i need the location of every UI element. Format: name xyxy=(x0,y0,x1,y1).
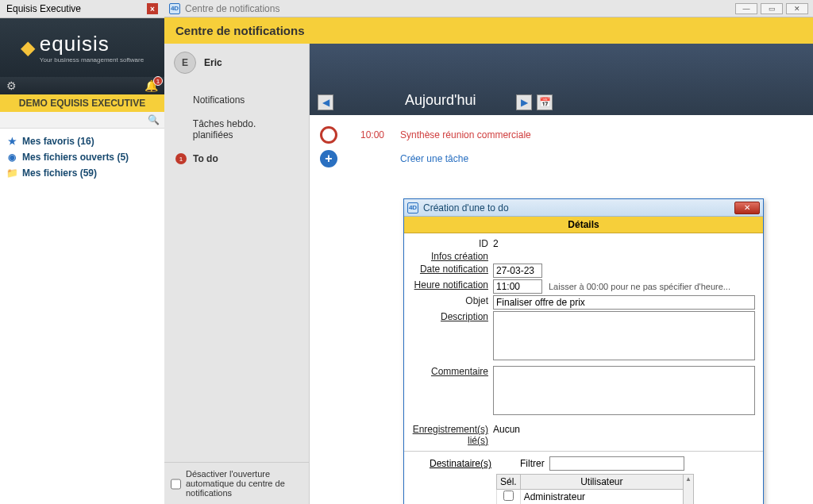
task-row[interactable]: 10:00 Synthèse réunion commerciale xyxy=(313,123,810,147)
filter-input[interactable] xyxy=(549,456,684,471)
left-panel-title: Equisis Executive xyxy=(6,3,81,14)
maximize-button[interactable]: ▭ xyxy=(761,3,783,14)
create-task-text: Créer une tâche xyxy=(400,153,468,164)
description-textarea[interactable] xyxy=(493,311,755,360)
nav-label: To do xyxy=(193,153,218,164)
avatar: E xyxy=(174,52,196,74)
label-date: Date notification xyxy=(407,264,493,275)
left-toolbar: ⚙ 🔔1 xyxy=(0,77,164,94)
create-task-row[interactable]: + Créer une tâche xyxy=(313,147,810,171)
eye-icon: ◉ xyxy=(6,152,17,163)
left-tree: ★ Mes favoris (16) ◉ Mes fichiers ouvert… xyxy=(0,129,164,504)
user-name: Eric xyxy=(204,57,222,68)
task-circle-icon xyxy=(320,126,337,144)
nav-notifications[interactable]: Notifications xyxy=(164,88,309,112)
notifications-header: Centre de notifications xyxy=(164,17,813,44)
label-objet: Objet xyxy=(407,295,493,306)
tree-item-label: Mes fichiers ouverts (5) xyxy=(22,152,129,163)
create-todo-dialog: 4D Création d'une to do ✕ Détails ID 2 I… xyxy=(403,198,764,504)
value-liens: Aucun xyxy=(493,424,520,435)
tree-item-my-files[interactable]: 📁 Mes fichiers (59) xyxy=(6,165,158,181)
table-row[interactable]: Administrateur xyxy=(497,490,684,505)
tree-item-label: Mes fichiers (59) xyxy=(22,167,97,179)
bell-icon[interactable]: 🔔1 xyxy=(144,79,158,92)
logo-glyph-icon: ◆ xyxy=(21,37,35,59)
center-nav: E Eric Notifications Tâches hebdo. plani… xyxy=(164,44,310,504)
nav-label: Tâches hebdo. planifiées xyxy=(193,118,298,140)
col-user: Utilisateur xyxy=(520,475,683,490)
label-id: ID xyxy=(407,238,493,249)
subject-input[interactable] xyxy=(493,295,755,310)
window-title: Centre de notifications xyxy=(185,3,279,14)
calendar-picker-button[interactable]: 📅 xyxy=(537,94,553,110)
time-input[interactable] xyxy=(493,279,542,294)
todo-count-badge: 1 xyxy=(175,153,187,164)
calendar-header: ◀ Aujourd'hui ▶ 📅 xyxy=(310,44,813,115)
label-description: Description xyxy=(407,311,493,322)
next-day-button[interactable]: ▶ xyxy=(516,94,532,110)
label-infos[interactable]: Infos création xyxy=(407,251,493,262)
demo-banner: DEMO EQUISIS EXECUTIVE xyxy=(0,94,164,112)
notification-badge: 1 xyxy=(153,76,163,86)
label-liens[interactable]: Enregistrement(s) lié(s) xyxy=(407,424,493,446)
star-icon: ★ xyxy=(6,136,17,147)
content-area: ◀ Aujourd'hui ▶ 📅 10:00 Synthèse réunion… xyxy=(310,44,813,504)
logo-subtext: Your business management software xyxy=(40,56,144,63)
logo-text: equisis xyxy=(40,32,110,56)
user-checkbox[interactable] xyxy=(503,491,514,501)
label-filtrer: Filtrer xyxy=(520,458,545,469)
prev-day-button[interactable]: ◀ xyxy=(318,94,333,110)
col-sel: Sél. xyxy=(497,475,521,490)
comment-textarea[interactable] xyxy=(493,366,755,415)
disable-auto-open-label: Désactiver l'ouverture automatique du ce… xyxy=(186,469,302,498)
search-icon: 🔍 xyxy=(148,114,160,125)
task-text: Synthèse réunion commerciale xyxy=(400,129,531,140)
plus-icon: + xyxy=(320,150,337,167)
folder-icon: 📁 xyxy=(6,167,17,179)
main-panel: 4D Centre de notifications — ▭ ✕ Centre … xyxy=(164,0,813,504)
users-table: Sél. Utilisateur Administrateur Eric Jon… xyxy=(496,474,684,504)
gear-icon[interactable]: ⚙ xyxy=(6,79,17,92)
label-destinataires: Destinataire(s) xyxy=(410,458,496,469)
app-logo: ◆ equisis Your business management softw… xyxy=(0,18,164,77)
dialog-title: Création d'une to do xyxy=(423,202,509,214)
app-icon: 4D xyxy=(407,202,418,214)
dialog-close-button[interactable]: ✕ xyxy=(734,202,760,214)
window-close-button[interactable]: ✕ xyxy=(786,3,808,14)
task-time: 10:00 xyxy=(345,129,400,140)
minimize-button[interactable]: — xyxy=(735,3,757,14)
value-id: 2 xyxy=(493,238,499,249)
left-panel: Equisis Executive × ◆ equisis Your busin… xyxy=(0,0,164,504)
tree-item-open-files[interactable]: ◉ Mes fichiers ouverts (5) xyxy=(6,149,158,165)
label-heure: Heure notification xyxy=(407,279,493,290)
dialog-titlebar[interactable]: 4D Création d'une to do ✕ xyxy=(404,199,763,217)
table-scrollbar[interactable] xyxy=(683,474,694,504)
search-bar[interactable]: 🔍 xyxy=(0,112,164,129)
user-row: E Eric xyxy=(164,44,309,82)
time-hint: Laisser à 00:00 pour ne pas spécifier d'… xyxy=(549,282,730,291)
nav-footer: Désactiver l'ouverture automatique du ce… xyxy=(164,462,309,504)
disable-auto-open-checkbox[interactable] xyxy=(171,471,181,498)
nav-todo[interactable]: 1 To do xyxy=(164,147,309,171)
tree-item-label: Mes favoris (16) xyxy=(22,136,94,147)
date-input[interactable] xyxy=(493,264,542,278)
tree-item-favorites[interactable]: ★ Mes favoris (16) xyxy=(6,133,158,149)
calendar-title: Aujourd'hui xyxy=(405,92,476,109)
label-commentaire: Commentaire xyxy=(407,366,493,377)
left-panel-titlebar: Equisis Executive × xyxy=(0,0,164,18)
close-icon[interactable]: × xyxy=(147,3,158,14)
app-icon: 4D xyxy=(169,3,180,14)
dialog-header: Détails xyxy=(404,217,763,233)
task-list: 10:00 Synthèse réunion commerciale + Cré… xyxy=(310,115,813,179)
nav-label: Notifications xyxy=(193,94,245,106)
nav-weekly-tasks[interactable]: Tâches hebdo. planifiées xyxy=(164,112,309,147)
user-cell: Administrateur xyxy=(520,490,683,505)
main-window-titlebar: 4D Centre de notifications — ▭ ✕ xyxy=(164,0,813,17)
